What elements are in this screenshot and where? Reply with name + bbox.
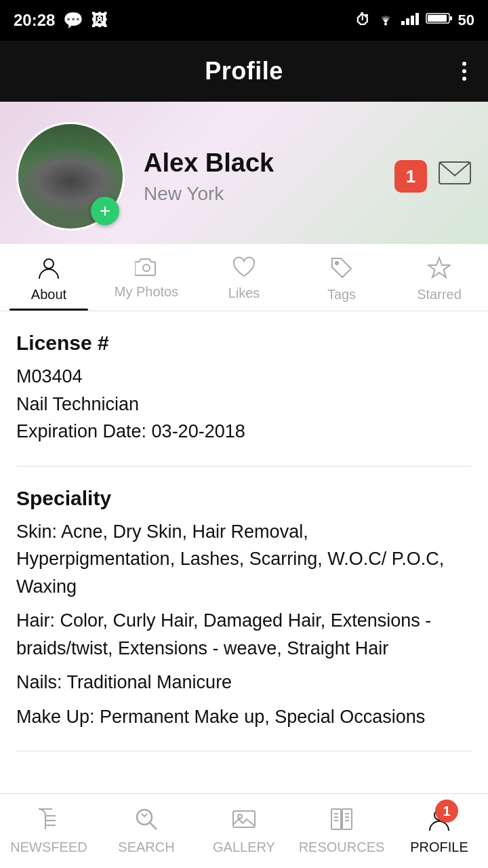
bottom-nav: NEWSFEED SEARCH GALLERY <box>0 793 488 868</box>
about-content: License # M03404 Nail Technician Expirat… <box>0 311 488 792</box>
nav-profile[interactable]: 1 PROFILE <box>390 794 488 868</box>
notification-badge[interactable]: 1 <box>394 160 427 193</box>
svg-rect-3 <box>411 16 414 25</box>
profile-actions: 1 <box>394 159 472 193</box>
tag-icon <box>330 256 353 283</box>
svg-line-14 <box>150 823 157 829</box>
nav-profile-label: PROFILE <box>410 840 468 855</box>
more-menu-button[interactable] <box>457 56 472 86</box>
newsfeed-icon <box>37 807 61 835</box>
app-header: Profile <box>0 41 488 102</box>
battery-percent: 50 <box>458 12 474 29</box>
profile-banner: + Alex Black New York 1 <box>0 102 488 244</box>
svg-point-10 <box>143 264 150 271</box>
license-expiration: Expiration Date: 03-20-2018 <box>16 418 472 446</box>
battery-icon <box>426 12 453 29</box>
profile-location: New York <box>144 183 394 205</box>
divider-1 <box>16 466 472 467</box>
mail-icon[interactable] <box>438 159 472 193</box>
speciality-skin: Skin: Acne, Dry Skin, Hair Removal, Hype… <box>16 518 472 601</box>
search-icon <box>134 807 159 835</box>
svg-rect-2 <box>406 18 409 25</box>
tab-starred-label: Starred <box>417 287 462 302</box>
tab-likes-label: Likes <box>228 285 260 301</box>
profile-name: Alex Black <box>144 149 394 178</box>
speciality-section: Speciality Skin: Acne, Dry Skin, Hair Re… <box>16 487 472 731</box>
nav-gallery[interactable]: GALLERY <box>195 794 293 868</box>
speciality-title: Speciality <box>16 487 472 510</box>
nav-gallery-label: GALLERY <box>213 840 275 855</box>
svg-rect-7 <box>428 15 447 22</box>
license-profession: Nail Technician <box>16 391 472 418</box>
camera-icon <box>135 256 158 280</box>
heart-icon <box>232 256 256 281</box>
license-section: License # M03404 Nail Technician Expirat… <box>16 332 472 446</box>
status-right: ⏱ 50 <box>355 11 474 30</box>
wifi-icon <box>375 11 396 30</box>
svg-rect-1 <box>401 21 405 25</box>
content-wrapper: License # M03404 Nail Technician Expirat… <box>0 311 488 868</box>
license-number: M03404 <box>16 363 472 391</box>
image-icon: 🖼 <box>92 11 108 30</box>
nav-search[interactable]: SEARCH <box>98 794 195 868</box>
svg-rect-4 <box>415 13 419 25</box>
resources-icon <box>329 807 354 835</box>
nav-resources-label: RESOURCES <box>299 840 385 855</box>
avatar-container: + <box>16 122 125 231</box>
status-left: 20:28 💬 🖼 <box>14 11 108 30</box>
message-icon: 💬 <box>63 11 83 30</box>
svg-point-0 <box>384 23 387 26</box>
svg-point-9 <box>44 259 54 269</box>
tab-my-photos[interactable]: My Photos <box>98 244 195 311</box>
add-profile-button[interactable]: + <box>91 197 119 225</box>
status-time: 20:28 <box>14 11 55 30</box>
tab-starred[interactable]: Starred <box>390 244 488 311</box>
speciality-nails: Nails: Traditional Manicure <box>16 669 472 696</box>
profile-tabs: About My Photos Likes Tags <box>0 244 488 311</box>
license-title: License # <box>16 332 472 355</box>
nav-resources[interactable]: RESOURCES <box>293 794 390 868</box>
signal-icon <box>401 12 420 29</box>
svg-rect-17 <box>331 809 341 829</box>
star-icon <box>428 256 451 283</box>
svg-marker-12 <box>428 258 450 277</box>
tab-about-label: About <box>31 287 66 302</box>
svg-rect-15 <box>233 811 255 827</box>
tab-about[interactable]: About <box>0 244 98 311</box>
tab-likes[interactable]: Likes <box>195 244 293 311</box>
tab-tags[interactable]: Tags <box>293 244 390 311</box>
svg-point-11 <box>336 262 338 264</box>
speciality-makeup: Make Up: Permanent Make up, Special Occa… <box>16 703 472 731</box>
page-title: Profile <box>205 57 283 85</box>
svg-rect-6 <box>450 16 452 20</box>
tab-tags-label: Tags <box>327 287 356 302</box>
person-icon <box>37 256 60 283</box>
nav-profile-badge: 1 <box>435 800 458 823</box>
speciality-hair: Hair: Color, Curly Hair, Damaged Hair, E… <box>16 607 472 662</box>
svg-rect-18 <box>342 809 352 829</box>
profile-info: Alex Black New York <box>144 149 394 205</box>
clock-icon: ⏱ <box>355 12 370 29</box>
status-bar: 20:28 💬 🖼 ⏱ <box>0 0 488 41</box>
gallery-icon <box>232 807 256 835</box>
nav-newsfeed[interactable]: NEWSFEED <box>0 794 98 868</box>
divider-2 <box>16 751 472 751</box>
tab-myphotos-label: My Photos <box>115 284 178 300</box>
nav-newsfeed-label: NEWSFEED <box>10 840 87 855</box>
svg-point-16 <box>238 814 242 818</box>
nav-search-label: SEARCH <box>118 840 174 855</box>
